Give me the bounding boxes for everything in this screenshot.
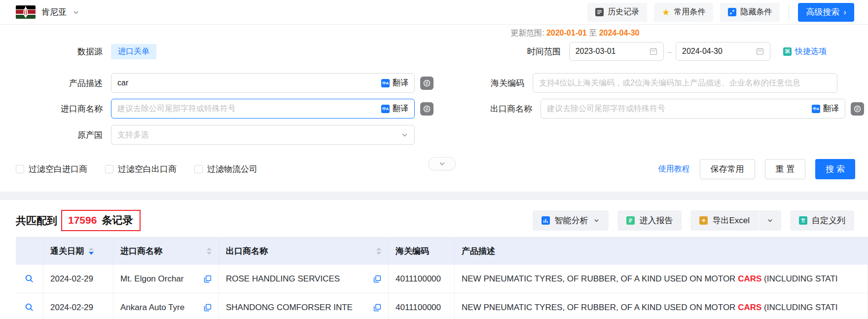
copy-button[interactable] xyxy=(373,304,381,312)
table-header-row: 通关日期 进口商名称 出口商名称 海关编码 产品描述 xyxy=(16,238,868,265)
importer-field: 中A 翻译 xyxy=(111,99,415,119)
product-desc-input[interactable] xyxy=(117,79,377,87)
divider xyxy=(789,5,789,20)
export-excel-split-button: 导出Excel xyxy=(690,210,781,231)
chevron-down-icon xyxy=(593,217,600,224)
copy-icon xyxy=(373,275,381,283)
history-icon xyxy=(595,8,604,16)
filter-checkboxes: 过滤空白进口商 过滤空白出口商 过滤物流公司 xyxy=(16,163,257,175)
hs-code-input[interactable] xyxy=(539,79,831,87)
translate-button[interactable]: 中A 翻译 xyxy=(812,104,839,114)
chevron-down-icon xyxy=(767,217,773,224)
results-table: 通关日期 进口商名称 出口商名称 海关编码 产品描述 xyxy=(16,237,868,319)
match-mode-toggle[interactable] xyxy=(851,102,864,116)
copy-button[interactable] xyxy=(373,275,381,283)
match-count-box: 17596 条记录 xyxy=(61,210,141,231)
save-favorite-button[interactable]: 保存常用 xyxy=(700,159,755,179)
header-importer[interactable]: 进口商名称 xyxy=(113,238,219,265)
header-exporter[interactable]: 出口商名称 xyxy=(219,238,389,265)
translate-icon: 中A xyxy=(381,79,390,87)
match-count: 17596 xyxy=(68,214,97,226)
cell-product-desc: NEW PNEUMATIC TYRES, OF RUBBER, OF A KIN… xyxy=(455,293,868,319)
exact-match-icon xyxy=(853,105,862,113)
end-date-picker[interactable]: 2024-04-30 xyxy=(676,42,770,61)
highlighted-keyword: CARS xyxy=(738,274,761,284)
advanced-search-button[interactable]: 高级搜索 › xyxy=(798,3,854,22)
cell-product-desc: NEW PNEUMATIC TYRES, OF RUBBER, OF A KIN… xyxy=(455,265,868,293)
search-button[interactable]: 搜 索 xyxy=(815,159,855,179)
match-prefix: 共匹配到 xyxy=(16,214,57,228)
reset-button[interactable]: 重 置 xyxy=(765,159,806,179)
kenya-flag-icon xyxy=(16,5,36,19)
hide-conditions-button[interactable]: 隐藏条件 xyxy=(720,3,780,22)
checkbox-filter-blank-importer[interactable]: 过滤空白进口商 xyxy=(16,163,87,175)
importer-label: 进口商名称 xyxy=(0,103,103,115)
product-desc-field: 中A 翻译 xyxy=(111,73,415,93)
export-excel-button[interactable]: 导出Excel xyxy=(690,210,759,231)
checkbox-icon xyxy=(16,165,24,173)
exact-match-icon xyxy=(423,79,431,87)
highlighted-keyword: CARS xyxy=(738,303,761,313)
cell-importer: Mt. Elgon Orchar xyxy=(113,265,219,293)
translate-icon: 中A xyxy=(812,105,820,113)
origin-select[interactable]: 支持多选 xyxy=(111,125,415,145)
columns-icon xyxy=(799,216,807,225)
translate-button[interactable]: 中A 翻译 xyxy=(381,104,408,114)
magnifier-icon xyxy=(25,274,34,283)
form-row-3: 进口商名称 中A 翻译 出口商名称 中A 翻译 xyxy=(0,99,868,119)
chevron-down-icon xyxy=(72,9,79,16)
data-source-tag[interactable]: 进口关单 xyxy=(111,44,156,59)
exporter-input[interactable] xyxy=(547,104,808,113)
chevron-right-icon: › xyxy=(843,7,846,17)
importer-input[interactable] xyxy=(117,104,377,113)
sort-control-date[interactable] xyxy=(89,247,94,255)
copy-button[interactable] xyxy=(204,275,212,283)
origin-label: 原产国 xyxy=(0,129,103,141)
expand-more-button[interactable] xyxy=(428,157,456,170)
sort-control-importer[interactable] xyxy=(207,247,212,255)
calendar-icon xyxy=(756,47,764,55)
quick-options-link[interactable]: ⌘ 快捷选项 xyxy=(783,46,827,57)
header-product-desc: 产品描述 xyxy=(455,238,868,265)
favorites-button[interactable]: ★ 常用条件 xyxy=(654,3,713,22)
update-range-end: 2024-04-30 xyxy=(599,29,640,37)
exact-match-icon xyxy=(423,105,431,113)
export-options-button[interactable] xyxy=(759,210,781,231)
cell-exporter: SHANDONG COMFORSER INTE xyxy=(219,293,389,319)
chevron-down-icon xyxy=(401,131,408,139)
topbar-actions: 历史记录 ★ 常用条件 隐藏条件 高级搜索 › xyxy=(587,3,854,22)
cell-date: 2024-02-29 xyxy=(43,265,113,293)
copy-button[interactable] xyxy=(204,304,212,312)
form-row-4: 原产国 支持多选 xyxy=(0,125,868,145)
match-mode-toggle[interactable] xyxy=(420,77,434,90)
country-selector[interactable]: 肯尼亚 xyxy=(16,5,79,19)
checkbox-filter-blank-exporter[interactable]: 过滤空白出口商 xyxy=(105,163,177,175)
view-detail-button[interactable] xyxy=(25,274,34,283)
customize-columns-button[interactable]: 自定义列 xyxy=(790,210,854,231)
match-mode-toggle[interactable] xyxy=(420,102,434,116)
hs-code-label: 海关编码 xyxy=(450,78,524,89)
header-date[interactable]: 通关日期 xyxy=(43,238,113,265)
sort-control-exporter[interactable] xyxy=(376,247,381,255)
checkbox-icon xyxy=(105,165,113,173)
tutorial-link[interactable]: 使用教程 xyxy=(658,164,690,174)
form-row-5: 过滤空白进口商 过滤空白出口商 过滤物流公司 使用教程 保存常用 重 置 搜 索 xyxy=(0,159,868,179)
copy-icon xyxy=(373,304,381,312)
start-date-picker[interactable]: 2023-03-01 xyxy=(569,42,664,61)
report-icon xyxy=(626,216,635,225)
copy-icon xyxy=(204,275,212,283)
enter-report-button[interactable]: 进入报告 xyxy=(617,210,682,231)
view-detail-button[interactable] xyxy=(25,303,34,312)
smart-analysis-button[interactable]: 智能分析 xyxy=(533,210,609,231)
translate-button[interactable]: 中A 翻译 xyxy=(381,78,408,88)
header-hs-code: 海关编码 xyxy=(389,238,455,265)
update-range-note: 更新范围: 2020-01-01 至 2024-04-30 xyxy=(510,28,640,39)
bi-chart-icon xyxy=(542,216,550,225)
topbar: 肯尼亚 历史记录 ★ 常用条件 隐藏条件 高级搜索 › xyxy=(0,0,868,25)
collapse-icon xyxy=(728,8,736,16)
match-summary: 共匹配到 17596 条记录 xyxy=(16,210,141,231)
history-button[interactable]: 历史记录 xyxy=(587,3,647,22)
exporter-field: 中A 翻译 xyxy=(541,99,845,119)
country-name: 肯尼亚 xyxy=(41,6,67,18)
checkbox-filter-logistics[interactable]: 过滤物流公司 xyxy=(194,163,257,175)
